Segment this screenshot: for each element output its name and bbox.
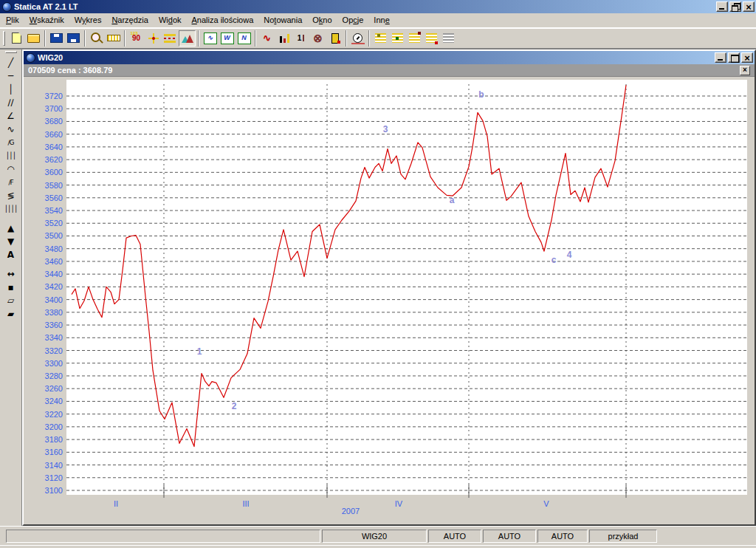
- y-axis-label: 3360: [45, 321, 63, 329]
- quote-list-olive-button[interactable]: [372, 30, 389, 47]
- menu-bar: PlikWskaźnikWykresNarzędziaWidokAnaliza …: [0, 13, 756, 28]
- workspace: ╱─│∕∕∠∿∕G│││◠∕F≶││││▲▼A↔▪▱▰ WIG20 070509…: [0, 49, 756, 526]
- levels-button[interactable]: [162, 30, 179, 47]
- chart-window: WIG20 070509 cena : 3608.79 × 3720370036…: [22, 49, 756, 526]
- price-infobar: 070509 cena : 3608.79 ×: [24, 64, 755, 77]
- histogram-button[interactable]: [275, 30, 292, 47]
- open-file-button[interactable]: [25, 30, 42, 47]
- y-axis-label: 3680: [45, 117, 63, 126]
- line-window-button[interactable]: N: [236, 30, 252, 47]
- wave-annotation-a: a: [450, 195, 455, 205]
- status-panel-auto: AUTO: [537, 530, 588, 543]
- fan-lines-tool[interactable]: ∠: [2, 109, 20, 123]
- menu-narz-dzia[interactable]: Narzędzia: [106, 14, 154, 27]
- main-toolbar: 90∿WN∿1⊗: [0, 28, 756, 49]
- gann-line-tool[interactable]: ∕G: [2, 136, 20, 149]
- indicator-window-button[interactable]: W: [219, 30, 236, 47]
- menu-okno[interactable]: Okno: [307, 14, 337, 27]
- wave-annotation-4: 4: [567, 250, 572, 260]
- menu-wska-nik[interactable]: Wskaźnik: [24, 14, 69, 27]
- y-axis-label: 3180: [45, 435, 63, 444]
- pointer-tool[interactable]: ▪: [2, 281, 20, 294]
- pattern-chart-button[interactable]: ∿: [202, 30, 219, 47]
- toolbar-gripper[interactable]: [3, 31, 5, 46]
- parallel-lines-tool[interactable]: ∕∕: [2, 96, 20, 109]
- x-axis-label: IV: [395, 499, 403, 508]
- y-axis-label: 3160: [45, 448, 63, 456]
- split-window-top-icon: [50, 32, 63, 44]
- quote-list-gray-button[interactable]: [440, 30, 457, 47]
- remove-overlay-button[interactable]: ⊗: [309, 30, 326, 47]
- vertical-line-tool[interactable]: │: [2, 83, 20, 96]
- toolbar-gripper[interactable]: [5, 51, 17, 53]
- horizontal-line-tool[interactable]: ─: [2, 69, 20, 83]
- new-document-icon: [10, 32, 24, 44]
- width-tool[interactable]: ↔: [2, 267, 20, 281]
- arrow-down-tool[interactable]: ▼: [2, 235, 20, 248]
- menu-plik[interactable]: Plik: [1, 14, 24, 27]
- menu-notowania[interactable]: Notowania: [258, 14, 307, 27]
- split-window-top-button[interactable]: [48, 30, 65, 47]
- chart-canvas[interactable]: [66, 80, 747, 495]
- restore-button[interactable]: [729, 1, 741, 12]
- chart-area[interactable]: 3720370036803660364036203600358035603540…: [24, 77, 755, 524]
- menu-inne[interactable]: Inne: [368, 14, 394, 27]
- toolbar-separator: [84, 30, 86, 47]
- channel-zigzag-tool[interactable]: ≶: [2, 189, 20, 202]
- close-button[interactable]: [743, 1, 755, 12]
- quote-list-red-bottom-button[interactable]: [423, 30, 440, 47]
- single-scale-button[interactable]: 1: [292, 30, 309, 47]
- wave-annotation-1: 1: [197, 346, 202, 357]
- ruler-button[interactable]: [105, 30, 122, 47]
- menu-opcje[interactable]: Opcje: [337, 14, 369, 27]
- timer-button[interactable]: [349, 30, 366, 47]
- open-file-icon: [27, 32, 41, 44]
- menu-analiza-ilo-ciowa[interactable]: Analiza ilościowa: [187, 14, 259, 27]
- remove-overlay-icon: ⊗: [312, 32, 325, 44]
- line-window-icon: N: [238, 32, 251, 44]
- eraser-tool[interactable]: ▱: [2, 294, 20, 307]
- quote-list-red-top-button[interactable]: [406, 30, 423, 47]
- infobar-close-icon[interactable]: ×: [740, 66, 750, 75]
- zoom-button[interactable]: [88, 30, 105, 47]
- single-scale-icon: 1: [295, 32, 308, 44]
- chart-maximize-button[interactable]: [728, 52, 740, 63]
- toolbar-separator: [124, 30, 126, 47]
- price-readout: 070509 cena : 3608.79: [28, 66, 740, 75]
- window-bottom-edge: [0, 545, 756, 548]
- chart-minimize-button[interactable]: [715, 52, 726, 63]
- chart-close-button[interactable]: [741, 52, 753, 63]
- quote-list-red-top-icon: [408, 32, 422, 44]
- zigzag-line-tool[interactable]: ∿: [2, 123, 20, 136]
- price-chart[interactable]: 3720370036803660364036203600358035603540…: [24, 77, 753, 526]
- arc-tool[interactable]: ◠: [2, 162, 20, 176]
- menu-wykres[interactable]: Wykres: [69, 14, 107, 27]
- status-panel-empty: [6, 530, 320, 543]
- wave-annotation-2: 2: [232, 401, 237, 411]
- speed-lines-tool[interactable]: │││: [2, 149, 20, 162]
- candlestick-button[interactable]: [326, 30, 343, 47]
- zoom-icon: [90, 32, 103, 44]
- vertical-grid-tool[interactable]: ││││: [2, 202, 20, 216]
- new-document-button[interactable]: [8, 30, 25, 47]
- mountain-chart-button[interactable]: [179, 30, 196, 47]
- quote-list-green-button[interactable]: [389, 30, 406, 47]
- minimize-button[interactable]: [716, 1, 728, 12]
- indicator-window-icon: W: [221, 32, 234, 44]
- arrow-up-tool[interactable]: ▲: [2, 222, 20, 235]
- crosshair-button[interactable]: [145, 30, 162, 47]
- eraser-all-tool[interactable]: ▰: [2, 307, 20, 321]
- y-axis-label: 3320: [45, 346, 63, 355]
- price-scale-button[interactable]: 90: [128, 30, 145, 47]
- drawing-toolbar: ╱─│∕∕∠∿∕G│││◠∕F≶││││▲▼A↔▪▱▰: [0, 49, 22, 526]
- y-axis-label: 3560: [45, 193, 63, 202]
- y-axis-label: 3140: [45, 461, 63, 470]
- line-style-button[interactable]: ∿: [258, 30, 275, 47]
- fibonacci-fan-tool[interactable]: ∕F: [2, 176, 20, 189]
- split-window-bottom-button[interactable]: [65, 30, 82, 47]
- menu-widok[interactable]: Widok: [154, 14, 187, 27]
- trend-line-tool[interactable]: ╱: [2, 56, 20, 69]
- text-tool[interactable]: A: [2, 248, 20, 261]
- y-axis-label: 3620: [45, 155, 63, 164]
- mountain-chart-icon: [181, 32, 194, 44]
